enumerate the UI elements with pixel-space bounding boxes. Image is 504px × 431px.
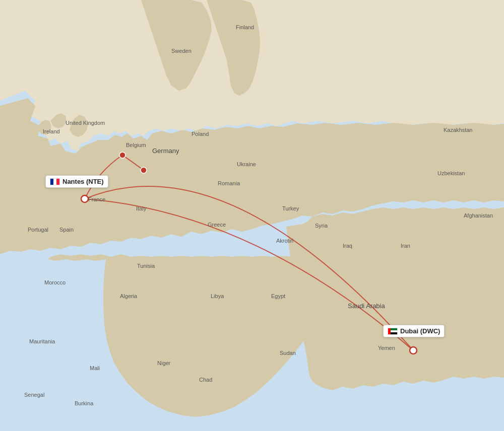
- map-container: Ireland United Kingdom France Spain Port…: [0, 0, 504, 431]
- waypoint-dot-2: [141, 167, 147, 173]
- destination-label: Dubai (DWC): [383, 325, 445, 337]
- origin-dot: [81, 195, 88, 202]
- waypoint-dot-1: [119, 152, 125, 158]
- destination-dot: [410, 347, 417, 354]
- map-svg: [0, 0, 504, 431]
- destination-label-text: Dubai (DWC): [400, 327, 440, 335]
- origin-label: Nantes (NTE): [45, 175, 108, 188]
- origin-label-text: Nantes (NTE): [62, 178, 104, 185]
- uae-flag: [388, 328, 398, 335]
- france-flag: [50, 178, 60, 185]
